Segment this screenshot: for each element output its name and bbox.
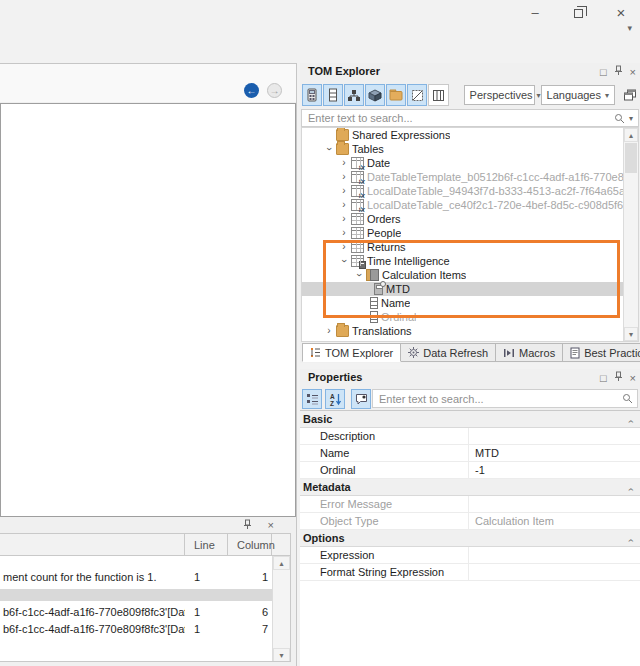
cascade-windows-button[interactable] (622, 86, 638, 104)
close-button[interactable]: × (608, 2, 634, 22)
tree-scrollbar[interactable]: ▴ ▾ (623, 128, 638, 341)
tom-search-box: ▾ (301, 109, 639, 127)
tree-item-date[interactable]: › fx Date (302, 156, 638, 170)
show-column-view-toggle[interactable] (428, 84, 448, 106)
tree-item-orders[interactable]: › Orders (302, 212, 638, 226)
error-row[interactable]: b6f-c1cc-4adf-a1f6-770e809f8fc3'[Date] 1… (0, 603, 290, 621)
maximize-panel-button[interactable]: □ (600, 65, 607, 79)
tab-data-refresh[interactable]: Data Refresh (401, 343, 496, 362)
column-header-line[interactable]: Line (185, 534, 228, 556)
scroll-up-button[interactable]: ▴ (273, 556, 290, 570)
restore-button[interactable] (565, 2, 591, 22)
chevron-right-icon[interactable]: › (339, 212, 349, 226)
scroll-down-button[interactable]: ▾ (273, 648, 290, 662)
scroll-up-button[interactable]: ▴ (624, 128, 638, 142)
show-folders-toggle[interactable] (386, 84, 406, 106)
tree-item-name[interactable]: Name (302, 296, 638, 310)
tree-item-ordinal[interactable]: Ordinal (302, 310, 638, 324)
section-metadata[interactable]: Metadata › (300, 479, 640, 496)
tom-search-input[interactable] (302, 112, 610, 124)
error-row[interactable]: 6f-c1cc-4adf-a1f6-770e809f8fc3'[Date] 1 … (0, 637, 290, 642)
navigate-forward-button[interactable]: → (267, 83, 282, 98)
property-row-error-message[interactable]: Error Message (300, 496, 640, 513)
show-columns-toggle[interactable] (323, 84, 343, 106)
maximize-panel-button[interactable]: □ (600, 371, 607, 385)
collapse-icon[interactable]: › (622, 539, 639, 542)
error-message: b6f-c1cc-4adf-a1f6-770e809f8fc3'[Date] (3, 603, 185, 621)
properties-search-input[interactable] (373, 393, 618, 405)
error-row-separator[interactable] (0, 589, 290, 601)
pin-button[interactable] (243, 519, 252, 532)
scroll-down-button[interactable]: ▾ (624, 327, 638, 341)
show-measures-toggle[interactable] (302, 84, 322, 106)
tree-item-mtd[interactable]: MTD (302, 282, 638, 296)
property-row-format-string-expression[interactable]: Format String Expression (300, 564, 640, 581)
section-basic[interactable]: Basic › (300, 411, 640, 428)
close-panel-button[interactable]: × (630, 65, 636, 79)
tree-item-tables[interactable]: › Tables (302, 142, 638, 156)
property-row-name[interactable]: Name MTD (300, 445, 640, 462)
tree-item-calculation-items[interactable]: › Calculation Items (302, 268, 638, 282)
column-header-column[interactable]: Column (228, 534, 272, 556)
property-row-expression[interactable]: Expression (300, 547, 640, 564)
close-icon: × (630, 66, 636, 78)
categorized-view-button[interactable] (302, 389, 322, 409)
tree-item-shared-expressions[interactable]: › Shared Expressions (302, 128, 638, 142)
error-line: 1 (185, 603, 228, 621)
collapse-icon[interactable]: › (622, 488, 639, 491)
languages-dropdown[interactable]: Languages ▾ (541, 85, 615, 105)
property-row-ordinal[interactable]: Ordinal -1 (300, 462, 640, 479)
tree-item-translations[interactable]: › Translations (302, 324, 638, 338)
chevron-right-icon[interactable]: › (339, 170, 349, 184)
alphabetical-sort-button[interactable]: AZ (325, 389, 345, 409)
tree-item-returns[interactable]: › Returns (302, 240, 638, 254)
tab-label: TOM Explorer (325, 347, 393, 359)
scrollbar-thumb[interactable] (625, 143, 637, 173)
tree-item-datetabletemplate[interactable]: › fx DateTableTemplate_b0512b6f-c1cc-4ad… (302, 170, 638, 184)
chevron-right-icon[interactable]: › (339, 226, 349, 240)
tab-macros[interactable]: Macros (496, 343, 563, 362)
error-line: 1 (185, 568, 228, 586)
slashed-square-icon (411, 89, 424, 102)
tree-item-localdatetable-1[interactable]: › fx LocalDateTable_94943f7d-b333-4513-a… (302, 184, 638, 198)
collapse-icon[interactable]: › (622, 420, 639, 423)
property-description-toggle[interactable] (351, 389, 371, 409)
pin-panel-button[interactable] (614, 371, 623, 385)
chevron-down-icon[interactable]: ▾ (629, 114, 633, 123)
show-hidden-objects-toggle[interactable] (407, 84, 427, 106)
tree-item-people[interactable]: › People (302, 226, 638, 240)
section-options[interactable]: Options › (300, 530, 640, 547)
chevron-down-icon[interactable]: › (322, 144, 336, 154)
expression-editor-area[interactable] (0, 103, 296, 517)
calculated-table-icon: fx (351, 185, 364, 197)
chevron-right-icon[interactable]: › (339, 156, 349, 170)
show-hierarchies-toggle[interactable] (344, 84, 364, 106)
navigate-back-button[interactable]: ← (244, 83, 259, 98)
chevron-down-icon[interactable]: › (352, 270, 366, 280)
document-well-dropdown[interactable]: ▾ (627, 23, 632, 33)
error-row[interactable]: ment count for the function is 1. 1 1 (0, 568, 290, 586)
close-panel-button[interactable]: × (268, 519, 274, 531)
pin-panel-button[interactable] (614, 65, 623, 79)
tab-best-practice-analyzer[interactable]: Best Practice A... (563, 343, 640, 362)
minimize-button[interactable]: – (522, 2, 548, 22)
chevron-right-icon[interactable]: › (339, 198, 349, 212)
calculation-items-icon (366, 269, 379, 281)
tab-tom-explorer[interactable]: TOM Explorer (302, 343, 401, 362)
table-icon (351, 227, 364, 239)
chevron-down-icon[interactable]: › (337, 256, 351, 266)
window-controls: – × (522, 2, 634, 22)
property-row-description[interactable]: Description (300, 428, 640, 445)
close-panel-button[interactable]: × (630, 371, 636, 385)
chevron-right-icon[interactable]: › (339, 184, 349, 198)
property-row-object-type[interactable]: Object Type Calculation Item (300, 513, 640, 530)
column-header-message[interactable] (0, 534, 185, 556)
chevron-right-icon[interactable]: › (339, 240, 349, 254)
show-partitions-toggle[interactable] (365, 84, 385, 106)
error-list-scrollbar[interactable]: ▴ ▾ (272, 556, 290, 662)
chevron-right-icon[interactable]: › (324, 324, 334, 338)
tree-item-localdatetable-2[interactable]: › fx LocalDateTable_ce40f2c1-720e-4bef-8… (302, 198, 638, 212)
tree-item-time-intelligence[interactable]: › Time Intelligence (302, 254, 638, 268)
perspectives-dropdown[interactable]: Perspectives ▾ (464, 85, 535, 105)
error-row[interactable]: b6f-c1cc-4adf-a1f6-770e809f8fc3'[Date] 1… (0, 620, 290, 638)
